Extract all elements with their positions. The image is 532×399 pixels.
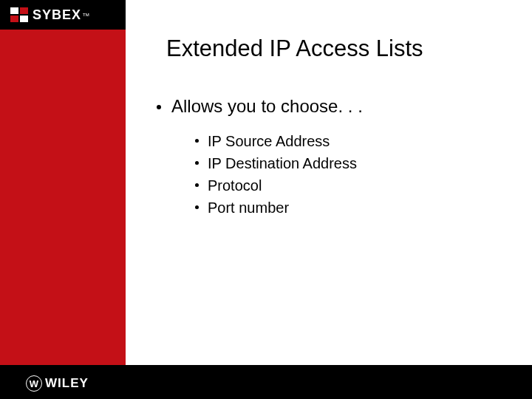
svg-rect-1 [20,7,28,14]
list-item: Allows you to choose. . . [157,96,363,117]
sub-bullet-list: IP Source Address IP Destination Address… [195,132,357,220]
bullet-icon [195,205,199,209]
list-item: IP Destination Address [195,154,357,173]
wiley-logo-text: WILEY [45,376,89,391]
bullet-icon [195,183,199,187]
list-item: IP Source Address [195,132,357,151]
list-item: Port number [195,198,357,217]
sub-bullet-text: IP Destination Address [208,154,357,173]
main-bullet-list: Allows you to choose. . . [157,96,363,130]
sybex-logo: SYBEX TM [0,0,126,30]
sybex-logo-text: SYBEX [33,7,81,23]
wiley-logo: W WILEY [26,375,89,392]
wiley-mark-icon: W [26,375,42,392]
bullet-icon [195,139,199,143]
svg-rect-3 [20,16,28,22]
sybex-mark-icon [10,7,28,22]
trademark-icon: TM [83,13,89,17]
bullet-icon [195,161,199,165]
sub-bullet-text: Port number [208,198,289,217]
slide-title: Extended IP Access Lists [166,35,423,62]
list-item: Protocol [195,176,357,195]
svg-rect-0 [10,7,18,14]
sub-bullet-text: IP Source Address [208,132,330,151]
main-bullet-text: Allows you to choose. . . [171,96,363,117]
svg-rect-2 [10,16,18,22]
sub-bullet-text: Protocol [208,176,262,195]
sidebar [0,0,126,365]
slide: SYBEX TM Extended IP Access Lists Allows… [0,0,532,399]
bullet-icon [157,105,161,109]
